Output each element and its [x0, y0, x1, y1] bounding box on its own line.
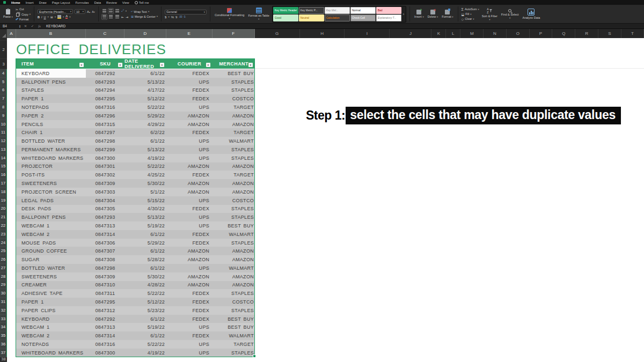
column-header-J[interactable]: J	[390, 29, 431, 38]
cell-item[interactable]: POST-ITS	[16, 171, 86, 179]
row-number-38[interactable]: 38	[0, 357, 7, 362]
cell-style-explanatory-t-[interactable]: Explanatory T...	[376, 14, 401, 21]
cell-merchant[interactable]: WALMART	[213, 331, 255, 340]
cell-item[interactable]: PENCILS	[16, 120, 86, 129]
cell-merchant[interactable]: BEST BUY	[213, 323, 255, 331]
row-number-34[interactable]: 34	[0, 323, 7, 331]
cell-sku[interactable]: 0847301	[86, 162, 125, 171]
cell-sku[interactable]: 0847316	[86, 103, 125, 112]
cell-date-delivered[interactable]: 5/22/22	[125, 289, 166, 298]
cell-courier[interactable]: AMAZON	[166, 120, 213, 129]
row-number-27[interactable]: 27	[0, 264, 7, 272]
cell-date-delivered[interactable]: 4/25/22	[125, 171, 166, 179]
cell-sku[interactable]: 0847307	[86, 247, 125, 255]
row-number-36[interactable]: 36	[0, 340, 7, 349]
gallery-scroll-button[interactable]: ›	[402, 12, 405, 16]
row-number-26[interactable]: 26	[0, 255, 7, 264]
cell-courier[interactable]: FEDEX	[166, 69, 213, 78]
cell-sku[interactable]: 0847303	[86, 188, 125, 196]
find-select-button[interactable]: Find & Select▾	[500, 9, 520, 19]
cell-item[interactable]: WHITEBOARD MARKERS	[16, 154, 86, 162]
cell-style-good[interactable]: Good	[273, 14, 298, 21]
column-header-D[interactable]: D	[125, 29, 166, 38]
row-number-37[interactable]: 37	[0, 349, 7, 357]
cell-courier[interactable]: AMAZON	[166, 112, 213, 120]
cell-date-delivered[interactable]: 4/19/22	[125, 154, 166, 162]
cell-merchant[interactable]: STAPLES	[213, 349, 255, 357]
cell-merchant[interactable]: TARGET	[213, 103, 255, 112]
cell-date-delivered[interactable]: 5/22/22	[125, 340, 166, 349]
menu-item-page-layout[interactable]: Page Layout	[52, 1, 70, 5]
cell-style-neutral[interactable]: Neutral	[299, 14, 324, 21]
decrease-indent-button[interactable]: ⇤	[121, 15, 124, 19]
column-header-G[interactable]: G	[255, 29, 300, 38]
row-number-5[interactable]: 5	[0, 78, 7, 86]
menu-item-draw[interactable]: Draw	[39, 1, 47, 5]
cell-sku[interactable]: 0847312	[86, 306, 125, 315]
cell-merchant[interactable]: STAPLES	[213, 306, 255, 315]
row-number-16[interactable]: 16	[0, 171, 7, 179]
cell-courier[interactable]: FEDEX	[166, 331, 213, 340]
cell-sku[interactable]: 0847306	[86, 239, 125, 247]
cell-date-delivered[interactable]: 6/1/22	[125, 230, 166, 239]
cell-merchant[interactable]: COSTCO	[213, 298, 255, 306]
cell-courier[interactable]: FEDEX	[166, 315, 213, 323]
cell-date-delivered[interactable]: 5/12/22	[125, 298, 166, 306]
column-header-H[interactable]: H	[300, 29, 345, 38]
row-number-14[interactable]: 14	[0, 154, 7, 162]
cell-courier[interactable]: UPS	[166, 137, 213, 145]
row-number-20[interactable]: 20	[0, 205, 7, 213]
cell-merchant[interactable]: TARGET	[213, 128, 255, 137]
row-number-4[interactable]: 4	[0, 69, 7, 78]
cell-style-bad[interactable]: Bad	[376, 7, 401, 14]
cell-item[interactable]: WHITEBOARD MARKERS	[16, 349, 86, 357]
column-header-S[interactable]: S	[598, 29, 621, 38]
cell-courier[interactable]: FEDEX	[166, 306, 213, 315]
cell-item[interactable]: PAPER CLIPS	[16, 306, 86, 315]
increase-font-button[interactable]: A▴	[87, 10, 90, 13]
cell-courier[interactable]: UPS	[166, 349, 213, 357]
menu-item-formulas[interactable]: Formulas	[75, 1, 89, 5]
cell-item[interactable]: PAPER 1	[16, 94, 86, 103]
select-all-corner[interactable]	[0, 29, 7, 38]
row-number-35[interactable]: 35	[0, 331, 7, 340]
cell-item[interactable]: KEYBOARD	[16, 315, 86, 323]
cell-date-delivered[interactable]: 5/22/22	[125, 103, 166, 112]
decrease-decimal-button[interactable]: 0.	[184, 16, 186, 18]
cell-courier[interactable]: UPS	[166, 323, 213, 331]
cell-date-delivered[interactable]: 6/1/22	[125, 315, 166, 323]
menu-item-tell-me[interactable]: Tell me	[135, 1, 149, 5]
cell-merchant[interactable]: STAPLES	[213, 239, 255, 247]
cell-date-delivered[interactable]: 6/1/22	[125, 331, 166, 340]
cell-item[interactable]: WEBCAM 2	[16, 331, 86, 340]
row-number-32[interactable]: 32	[0, 306, 7, 315]
row-number-30[interactable]: 30	[0, 289, 7, 298]
cell-courier[interactable]: UPS	[166, 154, 213, 162]
menu-item-view[interactable]: View	[122, 1, 129, 5]
insert-cells-button[interactable]: Insert ▾	[413, 10, 425, 19]
cell-date-delivered[interactable]: 5/13/22	[125, 78, 166, 86]
cell-merchant[interactable]: STAPLES	[213, 145, 255, 154]
cell-sku[interactable]: 0847298	[86, 137, 125, 145]
insert-function-icon[interactable]: fx	[36, 24, 43, 28]
cell-date-delivered[interactable]: 4/29/22	[125, 120, 166, 129]
cell-item[interactable]: CREAMER	[16, 281, 86, 290]
row-number-12[interactable]: 12	[0, 137, 7, 145]
cell-sku[interactable]: 0847304	[86, 196, 125, 205]
row-number-15[interactable]: 15	[0, 162, 7, 171]
column-header-N[interactable]: N	[484, 29, 507, 38]
cell-sku[interactable]: 0847296	[86, 112, 125, 120]
percent-button[interactable]: %	[171, 16, 174, 19]
cell-date-delivered[interactable]: 6/1/22	[125, 247, 166, 255]
cell-merchant[interactable]: STAPLES	[213, 86, 255, 95]
row-number-28[interactable]: 28	[0, 272, 7, 281]
cell-item[interactable]: WEBCAM 2	[16, 230, 86, 239]
row-number-31[interactable]: 31	[0, 298, 7, 306]
sheet-title-cell[interactable]: OFFICE DELIVERIES	[16, 41, 166, 58]
cell-item[interactable]: PROJECTOR	[16, 162, 86, 171]
delete-cells-button[interactable]: Delete ▾	[427, 10, 440, 19]
cell-item[interactable]: BALLPOINT PENS	[16, 78, 86, 86]
name-box-stepper[interactable]: ▲▼	[18, 25, 22, 28]
cell-date-delivered[interactable]: 6/1/22	[125, 264, 166, 272]
cell-item[interactable]: KEYBOARD	[16, 69, 86, 78]
